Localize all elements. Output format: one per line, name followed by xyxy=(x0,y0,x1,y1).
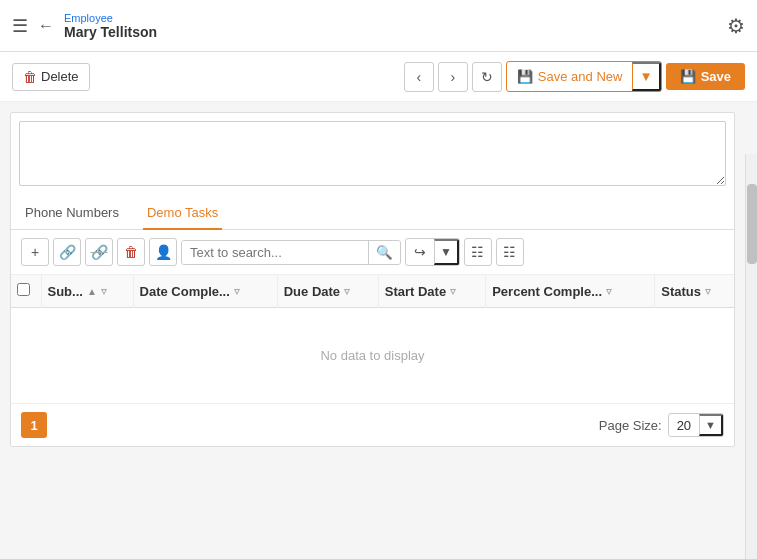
tabs-container: Phone Numbers Demo Tasks xyxy=(11,197,734,230)
search-input[interactable] xyxy=(182,241,368,264)
data-table-container: Sub... ▲ ▿ Date Comple... ▿ xyxy=(11,275,734,403)
notes-textarea[interactable] xyxy=(19,121,726,186)
row-delete-button[interactable]: 🗑 xyxy=(117,238,145,266)
next-button[interactable]: › xyxy=(438,62,468,92)
content-area: Phone Numbers Demo Tasks + 🔗 🔗 🗑 👤 🔍 xyxy=(10,112,735,447)
sub-toolbar: + 🔗 🔗 🗑 👤 🔍 ↪ ▼ ☷ ☷ xyxy=(11,230,734,275)
save-and-new-group: 💾 Save and New ▼ xyxy=(506,61,662,92)
toolbar: 🗑 Delete ‹ › ↻ 💾 Save and New ▼ 💾 Save xyxy=(0,52,757,102)
save-button[interactable]: 💾 Save xyxy=(666,63,745,90)
grid-view-button[interactable]: ☷ xyxy=(464,238,492,266)
export-dropdown[interactable]: ▼ xyxy=(434,239,459,265)
tab-demo-tasks[interactable]: Demo Tasks xyxy=(143,197,222,230)
top-bar: ☰ ← Employee Mary Tellitson ⚙ xyxy=(0,0,757,52)
delete-button[interactable]: 🗑 Delete xyxy=(12,63,90,91)
export-button-group: ↪ ▼ xyxy=(405,238,460,266)
export-icon: ↪ xyxy=(414,244,426,260)
save-and-new-button[interactable]: 💾 Save and New xyxy=(507,64,633,89)
main-wrapper: Phone Numbers Demo Tasks + 🔗 🔗 🗑 👤 🔍 xyxy=(0,102,757,559)
data-table: Sub... ▲ ▿ Date Comple... ▿ xyxy=(11,275,734,403)
breadcrumb-current: Mary Tellitson xyxy=(64,24,157,40)
hamburger-icon[interactable]: ☰ xyxy=(12,15,28,37)
back-button[interactable]: ← xyxy=(38,17,54,35)
breadcrumb-parent[interactable]: Employee xyxy=(64,12,157,24)
save-icon: 💾 xyxy=(680,69,696,84)
select-all-checkbox[interactable] xyxy=(17,283,30,296)
save-and-new-dropdown[interactable]: ▼ xyxy=(632,62,660,91)
save-new-label: Save and New xyxy=(538,69,623,84)
col-due-date: Due Date ▿ xyxy=(277,275,378,308)
scrollbar-y[interactable] xyxy=(745,154,757,559)
col-percent-complete: Percent Comple... ▿ xyxy=(486,275,655,308)
add-button[interactable]: + xyxy=(21,238,49,266)
page-size-label: Page Size: xyxy=(599,418,662,433)
link-button[interactable]: 🔗 xyxy=(53,238,81,266)
main-content: Phone Numbers Demo Tasks + 🔗 🔗 🗑 👤 🔍 xyxy=(0,112,745,447)
unlink-button[interactable]: 🔗 xyxy=(85,238,113,266)
tab-phone-numbers[interactable]: Phone Numbers xyxy=(21,197,123,230)
col-status: Status ▿ xyxy=(655,275,734,308)
scrollbar-thumb xyxy=(747,184,757,264)
gear-icon[interactable]: ⚙ xyxy=(727,14,745,38)
person-button[interactable]: 👤 xyxy=(149,238,177,266)
page-size-value: 20 xyxy=(669,415,699,436)
save-label: Save xyxy=(701,69,731,84)
page-size-dropdown[interactable]: ▼ xyxy=(699,414,723,436)
refresh-button[interactable]: ↻ xyxy=(472,62,502,92)
empty-message: No data to display xyxy=(11,308,734,404)
filter-status-icon[interactable]: ▿ xyxy=(705,285,711,298)
filter-date-complete-icon[interactable]: ▿ xyxy=(234,285,240,298)
prev-button[interactable]: ‹ xyxy=(404,62,434,92)
delete-label: Delete xyxy=(41,69,79,84)
page-size-area: Page Size: 20 ▼ xyxy=(599,413,724,437)
empty-row: No data to display xyxy=(11,308,734,404)
delete-icon: 🗑 xyxy=(23,69,37,85)
breadcrumb: Employee Mary Tellitson xyxy=(64,12,157,40)
col-subject: Sub... ▲ ▿ xyxy=(41,275,133,308)
search-button[interactable]: 🔍 xyxy=(368,241,400,264)
filter-percent-icon[interactable]: ▿ xyxy=(606,285,612,298)
save-new-icon: 💾 xyxy=(517,69,533,84)
col-start-date: Start Date ▿ xyxy=(378,275,485,308)
page-size-select-group: 20 ▼ xyxy=(668,413,724,437)
textarea-section xyxy=(11,113,734,197)
export-button[interactable]: ↪ xyxy=(406,240,434,264)
filter-subject-icon[interactable]: ▿ xyxy=(101,285,107,298)
page-1-button[interactable]: 1 xyxy=(21,412,47,438)
search-box: 🔍 xyxy=(181,240,401,265)
col-date-complete: Date Comple... ▿ xyxy=(133,275,277,308)
select-all-header xyxy=(11,275,41,308)
filter-start-date-icon[interactable]: ▿ xyxy=(450,285,456,298)
sort-asc-icon[interactable]: ▲ xyxy=(87,286,97,297)
tree-view-button[interactable]: ☷ xyxy=(496,238,524,266)
filter-due-date-icon[interactable]: ▿ xyxy=(344,285,350,298)
pagination-bar: 1 Page Size: 20 ▼ xyxy=(11,403,734,446)
